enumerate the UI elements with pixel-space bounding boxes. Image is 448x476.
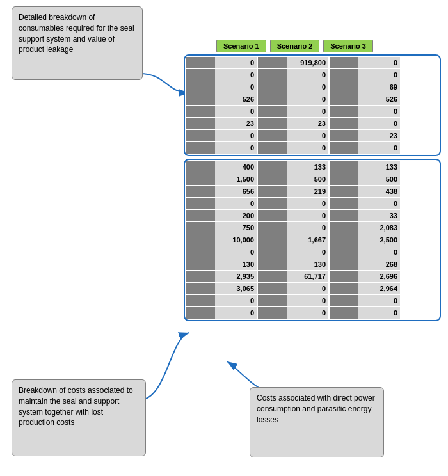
table-cell: 130 [258, 258, 328, 270]
table-cell: 23 [186, 118, 257, 129]
cell-value: 750 [215, 222, 257, 234]
table-cell: 0 [258, 307, 328, 319]
scenario-3-label: Scenario 3 [323, 40, 373, 52]
table-cell: 2,500 [330, 234, 400, 246]
table-cell: 10,000 [186, 234, 257, 246]
data-group-1: 0919,800000000695260526000232300023000 [184, 54, 441, 156]
cell-value: 0 [215, 198, 257, 209]
cell-value: 23 [215, 118, 257, 129]
cell-value: 526 [215, 93, 257, 105]
table-cell: 0 [186, 81, 257, 93]
table-row: 3,06502,964 [186, 283, 438, 294]
table-row: 75002,083 [186, 222, 438, 234]
table-cell: 0 [258, 283, 328, 294]
table-row: 0023 [186, 130, 438, 141]
table-cell: 0 [186, 307, 257, 319]
table-cell: 0 [186, 246, 257, 258]
cell-value: 0 [358, 307, 400, 319]
table-cell: 526 [330, 93, 400, 105]
table-row: 656219438 [186, 186, 438, 197]
table-cell: 1,500 [186, 173, 257, 185]
scenario-labels-row: Scenario 1 Scenario 2 Scenario 3 [216, 40, 373, 52]
table-row: 000 [186, 106, 438, 117]
cell-value: 2,083 [358, 222, 400, 234]
bottom-left-callout-text: Breakdown of costs associated to maintai… [19, 386, 133, 427]
top-left-callout: Detailed breakdown of consumables requir… [12, 6, 143, 80]
cell-value: 0 [287, 210, 328, 221]
table-cell: 0 [258, 142, 328, 154]
cell-value: 268 [358, 258, 400, 270]
table-row: 2,93561,7172,696 [186, 271, 438, 282]
cell-value: 2,964 [358, 283, 400, 294]
table-cell: 0 [186, 106, 257, 117]
cell-value: 0 [287, 93, 328, 105]
table-cell: 750 [186, 222, 257, 234]
table-cell: 23 [330, 130, 400, 141]
cell-value: 130 [215, 258, 257, 270]
table-cell: 500 [330, 173, 400, 185]
table-cell: 0 [330, 246, 400, 258]
table-cell: 0 [258, 81, 328, 93]
table-cell: 133 [258, 161, 328, 173]
table-cell: 0 [186, 57, 257, 68]
cell-value: 69 [358, 81, 400, 93]
table-cell: 0 [186, 69, 257, 81]
table-cell: 0 [330, 57, 400, 68]
cell-value: 61,717 [287, 271, 328, 282]
table-row: 200033 [186, 210, 438, 221]
table-cell: 400 [186, 161, 257, 173]
cell-value: 0 [287, 222, 328, 234]
cell-value: 1,500 [215, 173, 257, 185]
cell-value: 0 [215, 246, 257, 258]
table-cell: 0 [258, 130, 328, 141]
table-row: 000 [186, 307, 438, 319]
table-cell: 919,800 [258, 57, 328, 68]
cell-value: 2,696 [358, 271, 400, 282]
cell-value: 0 [215, 142, 257, 154]
bottom-left-callout: Breakdown of costs associated to maintai… [12, 379, 146, 456]
cell-value: 133 [358, 161, 400, 173]
table-cell: 23 [258, 118, 328, 129]
cell-value: 2,935 [215, 271, 257, 282]
table-cell: 133 [330, 161, 400, 173]
table-cell: 0 [330, 142, 400, 154]
table-cell: 2,696 [330, 271, 400, 282]
cell-value: 0 [358, 198, 400, 209]
table-cell: 0 [186, 130, 257, 141]
cell-value: 200 [215, 210, 257, 221]
table-cell: 0 [330, 307, 400, 319]
cell-value: 919,800 [287, 57, 328, 68]
table-cell: 656 [186, 186, 257, 197]
cell-value: 0 [287, 142, 328, 154]
table-cell: 0 [330, 106, 400, 117]
table-cell: 33 [330, 210, 400, 221]
table-cell: 0 [330, 198, 400, 209]
table-cell: 0 [258, 246, 328, 258]
table-row: 000 [186, 198, 438, 209]
table-row: 10,0001,6672,500 [186, 234, 438, 246]
table-cell: 2,935 [186, 271, 257, 282]
cell-value: 0 [287, 106, 328, 117]
data-group-2: 4001331331,50050050065621943800020003375… [184, 159, 441, 321]
table-cell: 2,083 [330, 222, 400, 234]
cell-value: 0 [358, 118, 400, 129]
cell-value: 1,667 [287, 234, 328, 246]
cell-value: 0 [215, 57, 257, 68]
table-cell: 0 [330, 295, 400, 306]
table-cell: 2,964 [330, 283, 400, 294]
cell-value: 23 [358, 130, 400, 141]
cell-value: 656 [215, 186, 257, 197]
cell-value: 500 [287, 173, 328, 185]
table-row: 000 [186, 69, 438, 81]
cell-value: 0 [287, 283, 328, 294]
bottom-right-callout-text: Costs associated with direct power consu… [257, 393, 375, 424]
table-cell: 0 [258, 198, 328, 209]
cell-value: 500 [358, 173, 400, 185]
cell-value: 0 [358, 142, 400, 154]
cell-value: 2,500 [358, 234, 400, 246]
cell-value: 0 [215, 69, 257, 81]
cell-value: 0 [287, 246, 328, 258]
cell-value: 3,065 [215, 283, 257, 294]
cell-value: 0 [287, 69, 328, 81]
table-cell: 130 [186, 258, 257, 270]
